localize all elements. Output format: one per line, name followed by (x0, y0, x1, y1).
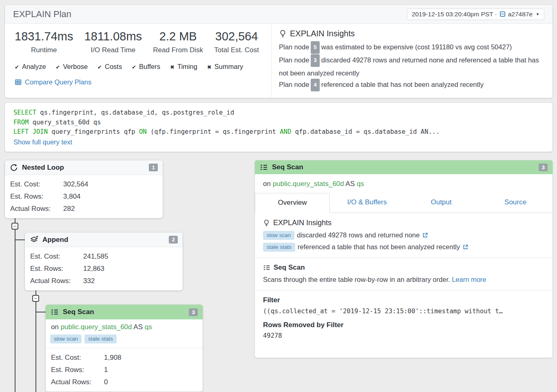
stat-row-label: Actual Rows: (30, 277, 83, 285)
stat-value: 302,564 (214, 30, 259, 43)
explain-flags-row: ✔Analyze ✔Verbose ✔Costs ✔Buffers ✖Timin… (15, 63, 261, 71)
insight-item: Plan node3discarded 49278 rows and retur… (279, 56, 539, 77)
stat-row-label: Est. Cost: (51, 354, 104, 362)
compare-link-label: Compare Query Plans (25, 78, 91, 86)
plan-node-stats: Est. Cost:302,564 Est. Rows:3,804 Actual… (5, 175, 163, 218)
detail-insights-heading-label: EXPLAIN Insights (273, 219, 332, 227)
insights-heading-label: EXPLAIN Insights (290, 29, 355, 38)
flag-analyze: ✔Analyze (15, 63, 46, 71)
stat-row-label: Est. Rows: (10, 193, 63, 201)
detail-insights-heading: EXPLAIN Insights (263, 219, 544, 227)
flag-costs: ✔Costs (97, 63, 122, 71)
tab-overview[interactable]: Overview (255, 193, 330, 213)
stat-row: Actual Rows:0 (51, 376, 197, 388)
flag-label: Summary (214, 63, 243, 71)
sql-keyword: FROM (13, 119, 29, 126)
flag-timing: ✖Timing (170, 63, 197, 71)
node-type-description: Scans through the entire table row-by-ro… (263, 276, 544, 283)
insights-heading: EXPLAIN Insights (279, 29, 545, 38)
nested-loop-icon (10, 164, 18, 172)
rows-removed-value: 49278 (263, 332, 544, 339)
flag-label: Verbose (63, 63, 88, 71)
check-icon: ✔ (56, 64, 60, 70)
explain-plan-header: EXPLAIN Plan 2019-12-15 03:20:40pm PST ·… (5, 5, 553, 24)
tab-io-buffers[interactable]: I/O & Buffers (330, 193, 404, 213)
plan-node-title: Seq Scan (63, 308, 94, 316)
tag-slow-scan[interactable]: slow scan (50, 334, 82, 343)
check-icon: ✔ (132, 64, 136, 70)
tag-slow-scan[interactable]: slow scan (263, 231, 294, 240)
external-link-icon[interactable] (462, 244, 469, 252)
insight-text: was estimated to be expensive (cost 1911… (321, 43, 512, 51)
plan-node-number-badge: 2 (169, 236, 178, 244)
stat-label: Runtime (15, 46, 73, 54)
filter-expression: ((qs.collected_at = '2019-12-15 23:15:00… (263, 308, 544, 315)
plan-node-title: Append (42, 236, 68, 244)
stat-row-label: Est. Cost: (10, 180, 63, 188)
sql-line: LEFT JOIN query_fingerprints qfp ON (qfp… (13, 127, 544, 137)
stats-row: 1831.74ms Runtime 1811.08ms I/O Read Tim… (15, 30, 261, 54)
plan-node-append[interactable]: Append 2 Est. Cost:241,585 Est. Rows:12,… (25, 233, 183, 290)
insight-item: Plan node5was estimated to be expensive … (279, 43, 512, 51)
alias-link[interactable]: qs (357, 180, 364, 188)
tag-stale-stats[interactable]: stale stats (263, 243, 295, 252)
stat-row: Est. Cost:241,585 (30, 250, 177, 263)
tab-output[interactable]: Output (404, 193, 478, 213)
plan-node-badge[interactable]: 3 (311, 54, 320, 67)
insight-text: discarded 49278 rows and returned none (297, 231, 420, 239)
plan-node-header: Append 2 (25, 233, 183, 247)
sql-keyword: ON (139, 128, 147, 135)
plan-node-relation: on public.query_stats_60d AS qs (46, 319, 203, 331)
flag-label: Buffers (139, 63, 160, 71)
collapse-toggle[interactable]: − (32, 295, 39, 302)
alias-link[interactable]: qs (145, 323, 152, 331)
stat-row-value: 12,863 (83, 265, 104, 273)
tab-source[interactable]: Source (478, 193, 553, 213)
commit-icon (500, 11, 506, 17)
snapshot-id: a27487e (508, 11, 533, 18)
relation-prefix: on (51, 323, 59, 331)
plan-node-number-badge: 3 (189, 308, 198, 316)
lightbulb-icon (263, 219, 270, 227)
external-link-icon[interactable] (422, 232, 428, 240)
learn-more-link[interactable]: Learn more (452, 276, 486, 283)
tag-stale-stats[interactable]: stale stats (84, 334, 117, 343)
query-text-card: SELECT qs.fingerprint, qs.database_id, q… (5, 103, 553, 152)
table-link[interactable]: public.query_stats_60d (61, 323, 132, 331)
stat-row-value: 1,908 (104, 354, 122, 362)
sql-line: FROM query_stats_60d qs (13, 118, 544, 128)
insight-text: referenced a table that has not been ana… (298, 243, 460, 250)
plan-node-seq-scan[interactable]: Seq Scan 3 on public.query_stats_60d AS … (46, 305, 203, 392)
lightbulb-icon (279, 29, 287, 38)
detail-insight-item: slow scandiscarded 49278 rows and return… (263, 231, 544, 239)
sql-text: query_stats_60d qs (29, 119, 101, 126)
caret-down-icon: ▼ (536, 12, 539, 16)
node-type-heading-label: Seq Scan (274, 264, 305, 272)
table-link[interactable]: public.query_stats_60d (273, 180, 344, 188)
plan-node-badge[interactable]: 5 (311, 41, 320, 54)
stat-read-from-disk: 2.2 MB Read From Disk (153, 30, 203, 54)
compare-query-plans-link[interactable]: Compare Query Plans (15, 78, 91, 86)
sql-keyword: AND (280, 128, 291, 135)
plan-node-nested-loop[interactable]: Nested Loop 1 Est. Cost:302,564 Est. Row… (5, 160, 163, 218)
flag-buffers: ✔Buffers (132, 63, 160, 71)
filter-section: Filter ((qs.collected_at = '2019-12-15 2… (255, 290, 553, 346)
relation-prefix: on (263, 180, 271, 188)
stat-runtime: 1831.74ms Runtime (15, 30, 73, 54)
plan-node-badge[interactable]: 4 (311, 79, 320, 91)
stat-row: Est. Cost:1,908 (51, 352, 197, 364)
collapse-toggle[interactable]: − (11, 223, 18, 230)
snapshot-selector-button[interactable]: 2019-12-15 03:20:40pm PST · a27487e ▼ (407, 9, 544, 20)
as-keyword: AS (133, 323, 143, 331)
sql-text: qs.fingerprint, qs.database_id, qs.postg… (36, 109, 234, 116)
show-full-query-link[interactable]: Show full query text (13, 138, 72, 146)
stat-value: 1831.74ms (15, 30, 73, 43)
flag-summary: ✖Summary (207, 63, 243, 71)
x-icon: ✖ (170, 64, 175, 70)
flag-label: Timing (177, 63, 197, 71)
stat-value: 1811.08ms (84, 30, 142, 43)
sql-line: SELECT qs.fingerprint, qs.database_id, q… (13, 108, 544, 118)
sql-keyword: SELECT (13, 109, 36, 116)
explain-summary-body: 1831.74ms Runtime 1811.08ms I/O Read Tim… (5, 24, 553, 97)
detail-header: Seq Scan 3 (255, 160, 553, 174)
